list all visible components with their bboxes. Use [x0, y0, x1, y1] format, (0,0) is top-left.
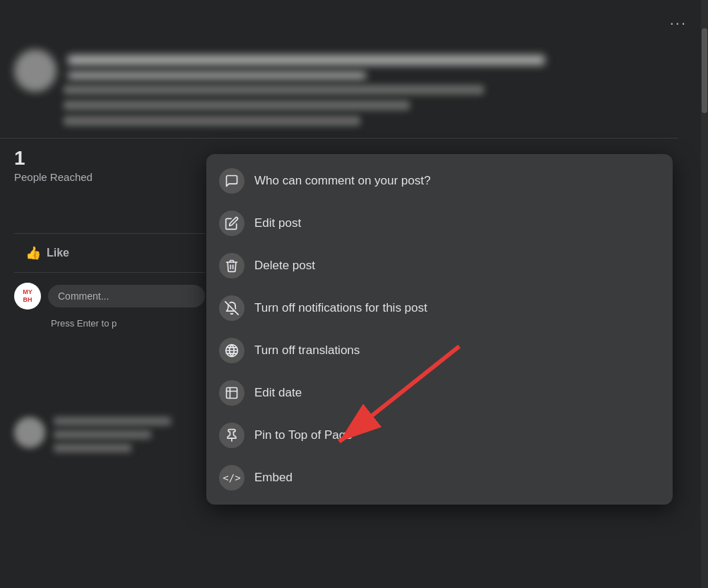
comment-placeholder: Comment... — [58, 290, 109, 302]
second-post-avatar — [14, 417, 45, 448]
menu-item-turn-off-translations[interactable]: Turn off translations — [206, 329, 673, 372]
turn-off-notifications-label: Turn off notifications for this post — [254, 301, 427, 315]
action-bar: 👍 Like — [14, 233, 205, 273]
menu-item-edit-post[interactable]: Edit post — [206, 202, 673, 245]
menu-item-edit-date[interactable]: Edit date — [206, 372, 673, 414]
pin-to-top-label: Pin to Top of Page — [254, 428, 353, 442]
menu-item-delete-post[interactable]: Delete post — [206, 245, 673, 287]
delete-icon — [219, 253, 244, 278]
people-reached-count: 1 — [14, 148, 205, 168]
pin-icon — [219, 423, 244, 448]
stats-area: 1 People Reached — [14, 148, 205, 183]
svg-line-0 — [225, 302, 238, 314]
delete-post-label: Delete post — [254, 259, 315, 273]
comment-area: MY BH Comment... — [14, 283, 205, 310]
like-button[interactable]: 👍 Like — [14, 240, 81, 266]
separator — [0, 138, 678, 139]
more-options-button[interactable]: ··· — [670, 14, 687, 33]
second-post — [14, 417, 184, 452]
context-menu: Who can comment on your post? Edit post … — [206, 154, 673, 505]
svg-rect-5 — [227, 388, 237, 399]
menu-item-pin-to-top[interactable]: Pin to Top of Page — [206, 414, 673, 457]
press-enter-hint: Press Enter to p — [51, 318, 117, 329]
edit-post-label: Edit post — [254, 216, 301, 230]
edit-date-label: Edit date — [254, 386, 302, 400]
edit-date-icon — [219, 380, 244, 406]
author-name-blur — [68, 55, 545, 65]
user-initials: MY BH — [23, 288, 33, 304]
menu-item-embed[interactable]: </> Embed — [206, 457, 673, 499]
embed-icon: </> — [219, 465, 244, 490]
post-author-avatar — [14, 49, 57, 92]
scrollbar-thumb[interactable] — [702, 28, 707, 113]
like-label: Like — [47, 247, 69, 259]
menu-item-turn-off-notifications[interactable]: Turn off notifications for this post — [206, 287, 673, 329]
comment-input[interactable]: Comment... — [48, 285, 205, 307]
post-meta-blur — [68, 72, 366, 79]
comment-settings-icon — [219, 168, 244, 194]
scrollbar[interactable] — [701, 0, 708, 588]
commenter-avatar: MY BH — [14, 283, 41, 310]
post-header-content — [68, 55, 664, 86]
post-body-blur — [64, 85, 558, 126]
who-can-comment-label: Who can comment on your post? — [254, 174, 430, 188]
edit-icon — [219, 211, 244, 236]
thumbs-up-icon: 👍 — [25, 245, 41, 261]
second-post-content — [54, 417, 184, 452]
turn-off-translations-label: Turn off translations — [254, 343, 360, 358]
embed-label: Embed — [254, 471, 293, 485]
notification-off-icon — [219, 295, 244, 321]
translation-off-icon — [219, 338, 244, 363]
menu-item-who-can-comment[interactable]: Who can comment on your post? — [206, 160, 673, 202]
people-reached-label: People Reached — [14, 171, 205, 183]
